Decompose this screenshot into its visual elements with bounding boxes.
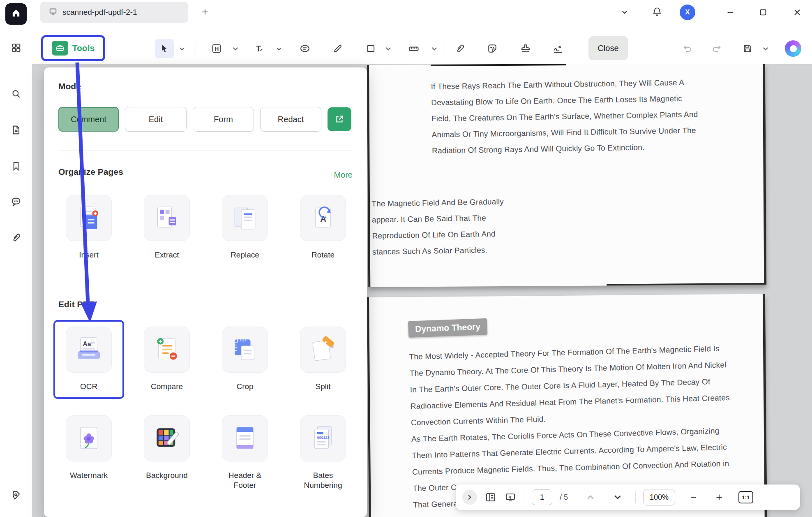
measure-tool-button[interactable] bbox=[404, 39, 423, 58]
panel-divider bbox=[58, 151, 353, 151]
mode-comment-button[interactable]: Comment bbox=[58, 107, 119, 132]
chevron-down-icon bbox=[622, 10, 627, 14]
expand-toolbar-button[interactable] bbox=[462, 490, 477, 505]
zoom-in-button[interactable] bbox=[713, 491, 725, 503]
tile-background[interactable]: Background bbox=[134, 415, 200, 490]
pencil-tool-button[interactable] bbox=[328, 39, 347, 58]
external-link-button[interactable] bbox=[328, 107, 351, 131]
toolbar-divider bbox=[635, 491, 636, 503]
redo-icon bbox=[711, 43, 722, 54]
undo-icon bbox=[682, 43, 693, 54]
tile-split[interactable]: Split bbox=[290, 327, 356, 392]
thumbnail-panel-button[interactable] bbox=[484, 491, 497, 503]
tile-rotate[interactable]: A Rotate bbox=[290, 195, 356, 260]
tile-ocr[interactable]: Aa OCR bbox=[56, 327, 122, 392]
bell-icon bbox=[652, 6, 662, 19]
notifications-button[interactable] bbox=[652, 0, 662, 25]
minus-icon bbox=[690, 493, 698, 501]
home-icon bbox=[10, 7, 22, 21]
chevron-down-icon bbox=[385, 47, 391, 51]
signature-tool-button[interactable] bbox=[549, 39, 567, 58]
cursor-icon bbox=[159, 43, 170, 54]
search-button[interactable] bbox=[5, 84, 27, 105]
tile-label: Watermark bbox=[70, 471, 108, 480]
scan-artifact bbox=[431, 64, 566, 66]
header-footer-icon bbox=[222, 415, 268, 461]
shape-tool-button[interactable] bbox=[361, 39, 380, 58]
tile-insert[interactable]: Insert bbox=[56, 195, 122, 260]
measure-tool-dropdown[interactable] bbox=[431, 46, 438, 52]
text-tool-dropdown[interactable] bbox=[276, 46, 283, 52]
document-icon bbox=[10, 124, 22, 137]
screen-icon bbox=[505, 491, 516, 503]
chevron-down-icon bbox=[431, 47, 437, 51]
more-link[interactable]: More bbox=[334, 170, 353, 180]
note-tool-button[interactable] bbox=[295, 39, 314, 58]
select-tool-button[interactable] bbox=[155, 39, 174, 58]
stamp-tool-button[interactable] bbox=[516, 39, 535, 58]
ocr-icon: Aa bbox=[66, 327, 112, 373]
paperclip-icon bbox=[10, 232, 22, 245]
dashboard-button[interactable] bbox=[5, 38, 27, 59]
close-icon bbox=[792, 7, 802, 17]
tile-extract[interactable]: Extract bbox=[134, 195, 200, 260]
redo-button[interactable] bbox=[707, 39, 726, 58]
home-button[interactable] bbox=[5, 3, 27, 25]
maximize-button[interactable] bbox=[759, 0, 768, 25]
tile-replace[interactable]: Replace bbox=[212, 195, 278, 260]
window-menu-button[interactable] bbox=[622, 0, 627, 25]
svg-text:T: T bbox=[256, 44, 261, 53]
pages-button[interactable] bbox=[5, 120, 27, 141]
text-tool-button[interactable]: T bbox=[249, 39, 268, 58]
page-number-input[interactable]: 1 bbox=[532, 489, 552, 505]
brand-pen-button[interactable] bbox=[5, 485, 27, 507]
undo-button[interactable] bbox=[678, 39, 697, 58]
save-dropdown[interactable] bbox=[763, 46, 769, 52]
zoom-level-button[interactable]: 100% bbox=[643, 489, 675, 505]
presentation-button[interactable] bbox=[504, 491, 517, 503]
tile-crop[interactable]: Crop bbox=[212, 327, 278, 392]
tile-compare[interactable]: Compare bbox=[134, 327, 200, 392]
tile-label: Crop bbox=[236, 382, 253, 392]
mode-edit-button[interactable]: Edit bbox=[125, 107, 187, 132]
page2-heading-badge: Dynamo Theory bbox=[408, 318, 487, 338]
tile-label: Bates Numbering bbox=[298, 471, 348, 490]
comments-button[interactable] bbox=[5, 192, 27, 213]
minimize-button[interactable] bbox=[726, 0, 735, 25]
account-button[interactable]: X bbox=[680, 0, 695, 25]
new-tab-button[interactable] bbox=[198, 6, 212, 20]
ai-assistant-button[interactable] bbox=[785, 40, 801, 57]
mode-section-title: Mode bbox=[58, 81, 81, 91]
svg-text:000123: 000123 bbox=[317, 436, 329, 440]
mode-form-button[interactable]: Form bbox=[193, 107, 254, 132]
previous-page-button[interactable] bbox=[584, 491, 597, 503]
edit-section-title: Edit PDF bbox=[58, 299, 95, 309]
select-tool-dropdown[interactable] bbox=[179, 46, 186, 52]
highlight-tool-button[interactable]: H bbox=[207, 39, 226, 58]
tile-watermark[interactable]: Watermark bbox=[56, 415, 122, 490]
next-page-button[interactable] bbox=[611, 491, 624, 503]
tile-label: Rotate bbox=[311, 250, 334, 260]
close-window-button[interactable] bbox=[792, 0, 802, 25]
bookmark-icon bbox=[10, 160, 22, 174]
mode-redact-button[interactable]: Redact bbox=[260, 107, 321, 132]
attach-file-button[interactable] bbox=[450, 39, 469, 58]
tools-button[interactable]: Tools bbox=[41, 35, 105, 61]
bookmarks-button[interactable] bbox=[5, 156, 27, 178]
save-icon bbox=[742, 43, 753, 54]
attachments-button[interactable] bbox=[5, 228, 27, 249]
shape-tool-dropdown[interactable] bbox=[385, 46, 392, 52]
actual-size-button[interactable]: 1:1 bbox=[738, 491, 753, 503]
zoom-out-button[interactable] bbox=[687, 491, 700, 503]
save-button[interactable] bbox=[738, 39, 757, 58]
tile-bates-numbering[interactable]: 000123 Bates Numbering bbox=[290, 415, 356, 490]
document-tab[interactable]: scanned-pdf-updf-2-1 bbox=[40, 2, 188, 23]
tile-header-footer[interactable]: Header & Footer bbox=[212, 415, 278, 490]
sticker-tool-button[interactable] bbox=[483, 39, 502, 58]
chevron-down-icon bbox=[179, 47, 185, 51]
highlight-tool-dropdown[interactable] bbox=[233, 46, 239, 52]
compare-icon bbox=[144, 327, 190, 373]
close-tools-button[interactable]: Close bbox=[588, 36, 628, 60]
extract-icon bbox=[144, 195, 190, 241]
signature-icon bbox=[552, 42, 564, 55]
